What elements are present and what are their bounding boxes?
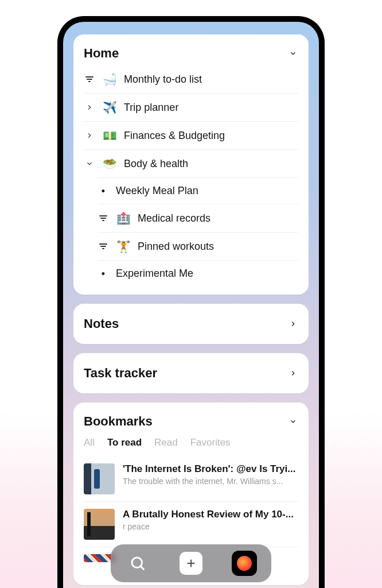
airplane-icon: ✈️ bbox=[102, 100, 117, 114]
home-item-monthly-todo[interactable]: 🛁 Monthly to-do list bbox=[84, 65, 298, 93]
bookmarks-header[interactable]: Bookmarks bbox=[84, 411, 298, 434]
home-title: Home bbox=[84, 46, 119, 61]
sub-item-label: Experimental Me bbox=[116, 268, 298, 280]
app-icon-button[interactable] bbox=[232, 551, 257, 576]
workout-icon: 🏋️ bbox=[116, 239, 131, 253]
sub-item-meal-plan[interactable]: • Weekly Meal Plan bbox=[98, 177, 298, 204]
sub-item-pinned-workouts[interactable]: 🏋️ Pinned workouts bbox=[98, 232, 298, 260]
add-button[interactable] bbox=[180, 552, 202, 575]
search-icon bbox=[129, 555, 146, 572]
money-icon: 💵 bbox=[102, 129, 117, 142]
bookmark-thumbnail bbox=[84, 463, 115, 494]
bottom-dock bbox=[111, 544, 271, 582]
sub-item-experimental-me[interactable]: • Experimental Me bbox=[98, 260, 298, 287]
home-sublist: • Weekly Meal Plan 🏥 Medical records 🏋️ … bbox=[84, 177, 298, 287]
home-item-body-health[interactable]: 🥗 Body & health bbox=[84, 149, 298, 177]
chevron-down-icon bbox=[84, 160, 95, 168]
bookmark-title: A Brutally Honest Review of My 10-... bbox=[123, 509, 298, 520]
bookmark-text: A Brutally Honest Review of My 10-... r … bbox=[123, 509, 298, 531]
sub-item-label: Pinned workouts bbox=[138, 241, 298, 253]
bathtub-icon: 🛁 bbox=[102, 72, 117, 86]
chevron-right-icon bbox=[84, 131, 95, 140]
filter-icon bbox=[98, 214, 109, 222]
notes-title: Notes bbox=[84, 316, 119, 331]
home-item-label: Body & health bbox=[124, 158, 298, 170]
hospital-icon: 🏥 bbox=[116, 211, 131, 225]
home-item-trip-planner[interactable]: ✈️ Trip planner bbox=[84, 93, 298, 121]
bookmarks-tabs: All To read Read Favorites bbox=[84, 434, 298, 457]
svg-point-0 bbox=[132, 558, 142, 568]
tab-favorites[interactable]: Favorites bbox=[190, 437, 231, 448]
app-icon bbox=[237, 556, 252, 571]
search-button[interactable] bbox=[125, 551, 150, 576]
notes-card[interactable]: Notes bbox=[73, 304, 309, 344]
sub-item-label: Medical records bbox=[138, 212, 298, 225]
home-item-label: Finances & Budgeting bbox=[124, 130, 298, 142]
plus-icon bbox=[185, 557, 197, 570]
svg-line-1 bbox=[141, 567, 145, 570]
bullet-icon: • bbox=[98, 269, 109, 279]
salad-icon: 🥗 bbox=[102, 157, 117, 171]
home-item-label: Monthly to-do list bbox=[124, 74, 298, 86]
chevron-right-icon bbox=[288, 368, 298, 378]
filter-icon bbox=[98, 242, 109, 250]
bookmarks-title: Bookmarks bbox=[84, 414, 153, 429]
home-header[interactable]: Home bbox=[84, 42, 298, 65]
bookmark-thumbnail bbox=[84, 554, 115, 562]
tab-read[interactable]: Read bbox=[154, 437, 178, 448]
bookmark-item[interactable]: A Brutally Honest Review of My 10-... r … bbox=[84, 501, 298, 547]
home-card: Home 🛁 Monthly to-do list ✈️ Trip planne… bbox=[73, 34, 309, 295]
home-list: 🛁 Monthly to-do list ✈️ Trip planner 💵 F… bbox=[84, 65, 298, 287]
sub-item-medical-records[interactable]: 🏥 Medical records bbox=[98, 204, 298, 232]
bookmark-text: 'The Internet Is Broken': @ev Is Tryi...… bbox=[123, 463, 298, 486]
bookmark-subtitle: The trouble with the internet, Mr. Willi… bbox=[123, 477, 298, 486]
chevron-down-icon[interactable] bbox=[288, 416, 298, 427]
bullet-icon: • bbox=[98, 186, 109, 196]
chevron-down-icon[interactable] bbox=[288, 48, 298, 59]
chevron-right-icon bbox=[288, 319, 298, 329]
sub-item-label: Weekly Meal Plan bbox=[116, 185, 298, 197]
phone-frame: Home 🛁 Monthly to-do list ✈️ Trip planne… bbox=[57, 16, 325, 588]
tab-all[interactable]: All bbox=[84, 437, 95, 448]
task-tracker-card[interactable]: Task tracker bbox=[73, 353, 309, 393]
tab-to-read[interactable]: To read bbox=[107, 437, 142, 448]
filter-icon bbox=[84, 75, 95, 83]
task-tracker-title: Task tracker bbox=[84, 366, 157, 381]
bookmark-subtitle: r peace bbox=[123, 522, 298, 531]
home-item-finances[interactable]: 💵 Finances & Budgeting bbox=[84, 121, 298, 149]
home-item-label: Trip planner bbox=[124, 102, 298, 114]
bookmark-item[interactable]: 'The Internet Is Broken': @ev Is Tryi...… bbox=[84, 457, 298, 501]
chevron-right-icon bbox=[84, 103, 95, 111]
bookmark-thumbnail bbox=[84, 509, 115, 540]
bookmark-title: 'The Internet Is Broken': @ev Is Tryi... bbox=[123, 463, 298, 475]
